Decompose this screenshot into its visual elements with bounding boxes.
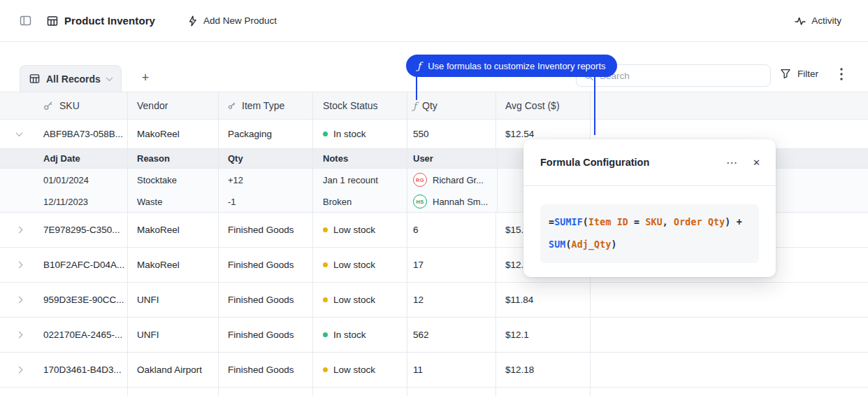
cell-qty[interactable]: 12 [407,283,496,317]
subtable-header-notes: Notes [313,149,407,168]
cell-adj-qty[interactable]: -1 [219,191,313,212]
table-row-partial [0,388,868,396]
cell-stock-status[interactable]: In stock [313,120,407,148]
panel-icon [20,15,31,27]
cell-adj-date[interactable]: 12/11/2023 [38,191,128,212]
cell-adj-qty[interactable]: +12 [219,169,313,191]
status-dot [323,262,328,267]
cell-sku[interactable]: ABF9BA73-058B... [38,120,128,148]
cell-vendor[interactable]: MakoReel [128,213,219,247]
cell-avg-cost[interactable]: $11.84 [496,283,591,317]
cell-notes[interactable]: Jan 1 recount [313,169,407,191]
cell-item-type[interactable]: Finished Goods [219,283,313,317]
cell-sku[interactable]: B10F2AFC-D04A... [38,248,128,282]
cell-qty[interactable]: 6 [407,213,496,247]
expand-chevron-icon[interactable] [16,332,23,339]
header-filler [591,92,868,119]
activity-pulse-icon [795,15,806,27]
cell-item-type[interactable]: Packaging [219,120,313,148]
cell-avg-cost[interactable]: $12.1 [496,318,591,352]
table-header-row: SKU Vendor Item Type Stock Status ƒ Qty … [0,92,868,120]
cell-qty[interactable]: 550 [407,120,496,148]
status-dot [323,367,328,372]
column-header-avg-cost[interactable]: Avg Cost ($) [496,92,591,119]
sidebar-toggle-button[interactable] [20,15,31,27]
close-icon[interactable]: ✕ [753,157,760,168]
column-header-label: Item Type [242,100,284,111]
expand-chevron-icon[interactable] [16,262,23,269]
formula-function-token: SUMIF [554,217,583,227]
search-input[interactable] [600,71,763,81]
table-row[interactable]: 170D3461-B4D3... Oakland Airport Finishe… [0,353,868,388]
status-dot [323,132,328,136]
cell-item-type[interactable]: Finished Goods [219,353,313,387]
formula-operator-token: = [628,217,645,227]
cell-sku[interactable]: 170D3461-B4D3... [38,353,128,387]
formula-field-token: Order Qty [674,217,725,227]
popup-more-button[interactable]: ⋯ [726,156,737,169]
add-new-product-button[interactable]: Add New Product [187,15,277,27]
column-header-label: Avg Cost ($) [505,100,560,111]
cell-qty[interactable]: 562 [407,318,496,352]
cell-sku[interactable]: 7E978295-C350... [38,213,128,247]
cell-qty[interactable]: 11 [407,353,496,387]
formula-editor[interactable]: =SUMIF(Item ID = SKU, Order Qty) +SUM(Ad… [540,204,759,263]
cell-reason[interactable]: Stocktake [128,169,219,191]
formula-operator-token: , [663,217,674,227]
view-tab-all-records[interactable]: All Records [20,65,122,92]
formula-operator-token: ( [565,239,571,250]
cell-stock-status[interactable]: In stock [313,318,407,352]
formula-function-token: SUM [549,239,565,250]
table-row[interactable]: 959D3E3E-90CC... UNFI Finished Goods Low… [0,283,868,318]
column-header-stock-status[interactable]: Stock Status [313,92,407,119]
table-grid-icon [29,73,40,84]
avatar: RG [413,173,427,187]
cell-qty[interactable]: 17 [407,248,496,282]
activity-button[interactable]: Activity [795,15,841,27]
column-header-vendor[interactable]: Vendor [128,92,219,119]
cell-notes[interactable]: Broken [313,191,407,212]
column-header-qty[interactable]: ƒ Qty [407,92,496,119]
formula-operator-token: ) + [725,217,742,227]
cell-item-type[interactable]: Finished Goods [219,213,313,247]
cell-vendor[interactable]: UNFI [128,318,219,352]
cell-vendor[interactable]: MakoReel [128,120,219,148]
column-header-label: Vendor [137,100,168,111]
feature-tooltip: ƒ Use formulas to customize Inventory re… [406,55,617,77]
cell-item-type[interactable]: Finished Goods [219,248,313,282]
cell-stock-status[interactable]: Low stock [313,353,407,387]
cell-vendor[interactable]: Oakland Airport [128,353,219,387]
cell-adj-date[interactable]: 01/01/2024 [38,169,128,191]
cell-user[interactable]: RGRichard Gr... [407,169,498,191]
cell-sku[interactable]: 022170EA-2465-... [38,318,128,352]
table-row[interactable]: 022170EA-2465-... UNFI Finished Goods In… [0,318,868,353]
expand-chevron-icon[interactable] [16,129,23,136]
more-options-button[interactable] [836,67,847,81]
cell-stock-status[interactable]: Low stock [313,283,407,317]
column-header-item-type[interactable]: Item Type [219,92,313,119]
key-icon [228,101,236,110]
expand-chevron-icon[interactable] [16,297,23,304]
popup-header: Formula Configuration ⋯ ✕ [523,139,776,186]
avatar: HS [413,195,427,208]
cell-vendor[interactable]: MakoReel [128,248,219,282]
key-icon [43,101,54,111]
subtable-header-reason: Reason [128,149,219,168]
column-header-sku[interactable]: SKU [38,92,128,119]
add-view-button[interactable]: + [138,70,153,85]
cell-item-type[interactable]: Finished Goods [219,318,313,352]
cell-stock-status[interactable]: Low stock [313,248,407,282]
filter-button[interactable]: Filter [780,69,818,79]
cell-sku[interactable]: 959D3E3E-90CC... [38,283,128,317]
subtable-header-qty: Qty [219,149,313,168]
cell-reason[interactable]: Waste [128,191,219,212]
formula-operator-token: ) [612,239,617,250]
activity-label: Activity [811,15,841,26]
cell-stock-status[interactable]: Low stock [313,213,407,247]
cell-user[interactable]: HSHannah Sm... [407,191,498,212]
expand-chevron-icon[interactable] [16,227,23,234]
status-dot [323,297,328,302]
expand-chevron-icon[interactable] [16,367,23,374]
cell-avg-cost[interactable]: $12.18 [496,353,591,387]
cell-vendor[interactable]: UNFI [128,283,219,317]
